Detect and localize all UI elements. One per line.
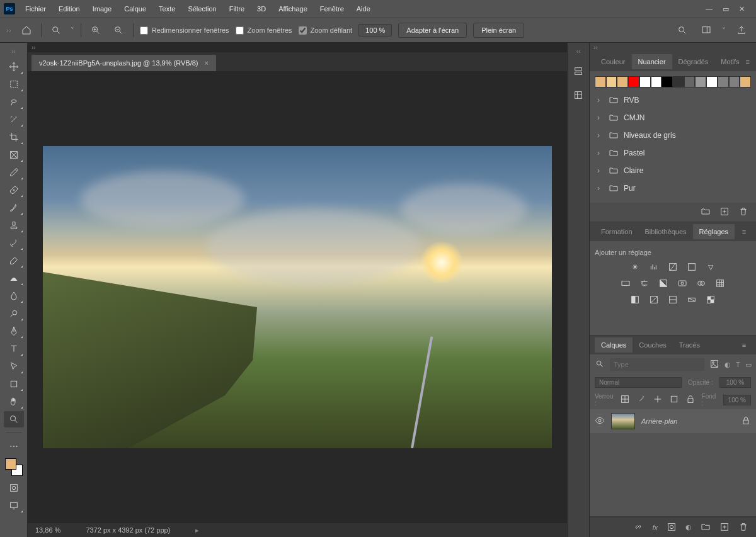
menu-3d[interactable]: 3D (251, 1, 272, 16)
wand-tool[interactable] (4, 111, 24, 128)
fill-value[interactable]: 100 % (723, 395, 751, 405)
filter-shape-icon[interactable]: ▭ (745, 361, 752, 369)
tab-nuancier[interactable]: Nuancier (632, 54, 672, 69)
invert-icon[interactable] (629, 294, 641, 305)
gradient-map-icon[interactable] (686, 294, 697, 305)
tab-tracés[interactable]: Tracés (673, 337, 706, 353)
grip-icon[interactable]: ‹‹ (576, 48, 581, 55)
exposure-icon[interactable] (686, 261, 697, 273)
swatch[interactable] (628, 76, 639, 88)
healing-tool[interactable] (4, 182, 24, 198)
swatch[interactable] (673, 76, 684, 88)
zoom-out-icon[interactable] (110, 22, 127, 38)
tab-couleur[interactable]: Couleur (595, 54, 632, 69)
swatch[interactable] (684, 76, 696, 88)
quick-mask-icon[interactable] (4, 480, 24, 496)
gradient-tool[interactable] (4, 270, 24, 286)
bw-icon[interactable] (658, 278, 669, 289)
dropdown-icon[interactable]: ˅ (722, 26, 726, 35)
fit-screen-button[interactable]: Adapter à l'écran (398, 23, 467, 38)
fx-icon[interactable]: fx (652, 524, 658, 531)
layer-row[interactable]: Arrière-plan (590, 409, 756, 433)
swatch-folder[interactable]: ›RVB (595, 91, 751, 109)
screen-mode-icon[interactable] (4, 497, 24, 514)
layer-name[interactable]: Arrière-plan (641, 417, 735, 425)
close-icon[interactable]: ✕ (739, 5, 745, 13)
pen-tool[interactable] (4, 323, 24, 339)
menu-affichage[interactable]: Affichage (272, 1, 314, 16)
shape-tool[interactable] (4, 376, 24, 392)
swatch[interactable] (718, 76, 729, 88)
maximize-icon[interactable]: ▭ (723, 5, 729, 13)
lock-pixels-icon[interactable] (636, 394, 646, 405)
layer-thumbnail[interactable] (611, 413, 635, 429)
canvas-image[interactable] (43, 146, 552, 448)
tab-formation[interactable]: Formation (595, 224, 639, 239)
minimize-icon[interactable]: — (706, 5, 713, 13)
menu-sélection[interactable]: Sélection (181, 1, 222, 16)
share-icon[interactable] (733, 22, 750, 38)
menu-aide[interactable]: Aide (350, 1, 377, 16)
curves-icon[interactable] (667, 261, 679, 273)
lock-position-icon[interactable] (653, 394, 663, 405)
lock-artboard-icon[interactable] (669, 394, 679, 405)
photo-filter-icon[interactable] (677, 278, 688, 289)
hue-icon[interactable] (620, 278, 631, 289)
adjustment-layer-icon[interactable]: ◐ (685, 523, 692, 531)
move-tool[interactable] (4, 59, 24, 75)
lut-icon[interactable] (714, 278, 726, 289)
search-icon[interactable] (674, 22, 690, 38)
lock-all-icon[interactable] (685, 394, 696, 405)
lock-trans-icon[interactable] (620, 394, 630, 405)
mask-icon[interactable] (667, 522, 677, 533)
search-icon[interactable] (595, 359, 605, 370)
eraser-tool[interactable] (4, 252, 24, 269)
group-icon[interactable] (701, 522, 711, 533)
swatch[interactable] (617, 76, 628, 88)
channel-mixer-icon[interactable] (696, 278, 707, 289)
zoom-windows-checkbox[interactable]: Zoom fenêtres (236, 26, 292, 35)
tab-dégradés[interactable]: Dégradés (672, 54, 715, 69)
menu-image[interactable]: Image (86, 1, 118, 16)
swatch-folder[interactable]: ›Pur (595, 179, 751, 197)
visibility-icon[interactable] (595, 415, 605, 427)
brush-tool[interactable] (4, 200, 24, 216)
close-tab-icon[interactable]: × (204, 59, 208, 67)
crop-tool[interactable] (4, 129, 24, 145)
path-select-tool[interactable] (4, 358, 24, 375)
tab-couches[interactable]: Couches (633, 337, 672, 353)
history-brush-tool[interactable] (4, 235, 24, 251)
stamp-tool[interactable] (4, 217, 24, 234)
swatch[interactable] (695, 76, 706, 88)
zoom-value-field[interactable]: 100 % (358, 24, 392, 37)
dodge-tool[interactable] (4, 305, 24, 322)
layer-filter-input[interactable] (610, 358, 704, 371)
grip-icon[interactable]: ›› (11, 48, 16, 55)
swatch-folder[interactable]: ›Claire (595, 162, 751, 179)
home-button[interactable] (18, 22, 35, 38)
status-arrow-icon[interactable]: ▸ (195, 526, 199, 534)
levels-icon[interactable] (648, 261, 660, 273)
tab-calques[interactable]: Calques (595, 337, 633, 353)
menu-filtre[interactable]: Filtre (223, 1, 251, 16)
hand-tool[interactable] (4, 393, 24, 410)
marquee-tool[interactable] (4, 76, 24, 93)
filter-adjust-icon[interactable]: ◐ (724, 361, 731, 369)
grip-icon[interactable]: ›› (590, 43, 756, 52)
resize-windows-checkbox[interactable]: Redimensionner fenêtres (140, 26, 229, 35)
swatch-folder[interactable]: ›CMJN (595, 109, 751, 127)
color-swatches[interactable] (5, 458, 23, 476)
swatch-folder[interactable]: ›Niveaux de gris (595, 127, 751, 144)
properties-panel-icon[interactable] (571, 88, 586, 103)
opacity-value[interactable]: 100 % (719, 377, 751, 388)
tab-bibliothèques[interactable]: Bibliothèques (639, 224, 693, 239)
status-dimensions[interactable]: 7372 px x 4392 px (72 ppp) (86, 526, 170, 534)
grip-icon[interactable]: ›› (28, 43, 567, 52)
brightness-icon[interactable]: ☀ (629, 261, 641, 273)
zoom-tool[interactable] (4, 411, 24, 427)
status-zoom[interactable]: 13,86 % (35, 526, 60, 534)
layers-menu-icon[interactable]: ≡ (740, 341, 751, 349)
scrubby-zoom-checkbox[interactable]: Zoom défilant (299, 26, 353, 35)
link-icon[interactable] (633, 522, 643, 533)
swatch[interactable] (595, 76, 606, 88)
